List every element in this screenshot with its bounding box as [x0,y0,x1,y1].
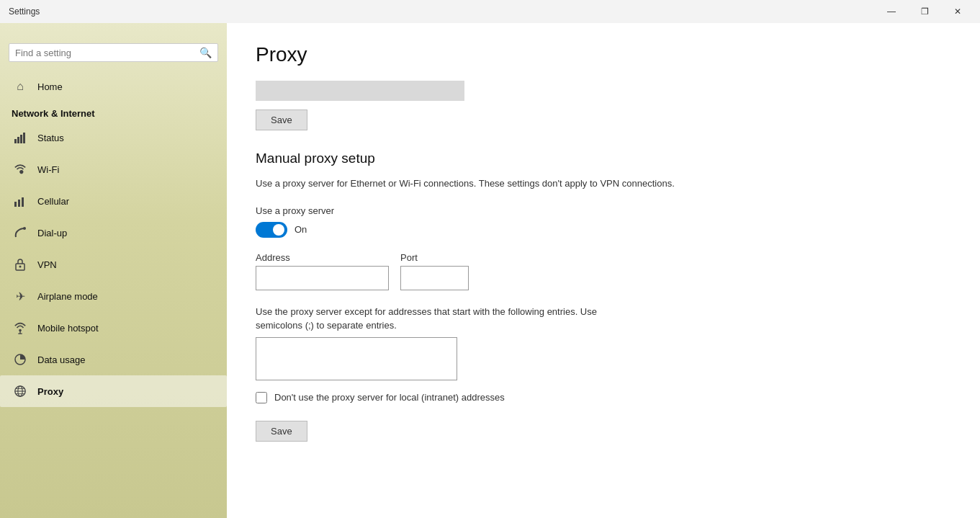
top-proxy-input [256,81,464,101]
close-button[interactable]: ✕ [941,0,974,23]
svg-rect-2 [20,135,22,143]
svg-rect-6 [22,197,24,207]
port-label: Port [400,252,469,263]
address-input[interactable] [256,266,389,290]
sidebar-item-dialup-label: Dial-up [37,228,67,238]
svg-point-9 [19,266,22,268]
title-bar: Settings — ❐ ✕ [0,0,980,23]
search-input[interactable] [15,48,199,58]
sidebar-item-home-label: Home [37,81,63,92]
search-icon: 🔍 [199,47,212,58]
sidebar-item-cellular[interactable]: Cellular [0,185,227,217]
manual-save-button[interactable]: Save [256,421,307,442]
svg-rect-1 [17,137,19,143]
port-field-group: Port [400,252,469,290]
svg-rect-3 [23,133,25,143]
sidebar-item-wifi[interactable]: Wi-Fi [0,153,227,185]
sidebar-item-vpn[interactable]: VPN [0,249,227,280]
content-area: Proxy Save Manual proxy setup Use a prox… [227,23,980,518]
exceptions-description: Use the proxy server except for addresse… [256,305,644,333]
svg-rect-0 [14,139,17,143]
sidebar-header [0,23,227,40]
sidebar-item-status-label: Status [37,133,64,143]
sidebar-item-vpn-label: VPN [37,259,57,270]
top-save-button[interactable]: Save [256,110,307,130]
sidebar-item-home[interactable]: ⌂ Home [0,71,227,102]
svg-rect-4 [14,202,17,207]
sidebar-item-datausage-label: Data usage [37,354,86,365]
exceptions-textarea[interactable] [256,337,457,380]
manual-proxy-description: Use a proxy server for Ethernet or Wi-Fi… [256,177,688,191]
restore-button[interactable]: ❐ [908,0,941,23]
toggle-thumb [273,224,284,236]
hotspot-icon [12,319,29,336]
local-intranet-checkbox[interactable] [256,392,267,403]
toggle-field-label: Use a proxy server [256,205,951,216]
proxy-toggle-row: On [256,222,951,238]
sidebar-section-title: Network & Internet [0,102,227,122]
home-icon: ⌂ [12,78,29,95]
sidebar-item-airplane[interactable]: ✈ Airplane mode [0,280,227,312]
sidebar-item-status[interactable]: Status [0,122,227,153]
sidebar-item-dialup[interactable]: Dial-up [0,217,227,249]
sidebar-item-proxy[interactable]: Proxy [0,375,227,407]
sidebar-item-hotspot[interactable]: Mobile hotspot [0,312,227,344]
wifi-icon [12,161,29,178]
address-field-group: Address [256,252,389,290]
sidebar-item-datausage[interactable]: Data usage [0,344,227,375]
sidebar-item-hotspot-label: Mobile hotspot [37,323,99,334]
status-icon [12,129,29,146]
window-controls: — ❐ ✕ [875,0,974,23]
app-body: 🔍 ⌂ Home Network & Internet Status [0,23,980,518]
cellular-icon [12,192,29,210]
sidebar-item-airplane-label: Airplane mode [37,291,98,302]
local-checkbox-row: Don't use the proxy server for local (in… [256,392,951,403]
page-title: Proxy [256,43,951,66]
proxy-icon [12,383,29,400]
port-input[interactable] [400,266,469,290]
sidebar-item-wifi-label: Wi-Fi [37,164,59,175]
toggle-state-label: On [295,224,307,235]
local-intranet-label[interactable]: Don't use the proxy server for local (in… [274,392,505,403]
minimize-button[interactable]: — [875,0,908,23]
top-proxy-section: Save [256,81,951,151]
proxy-server-toggle[interactable] [256,222,287,238]
address-port-row: Address Port [256,252,951,290]
sidebar-item-cellular-label: Cellular [37,196,69,207]
svg-point-7 [23,227,26,230]
airplane-icon: ✈ [12,287,29,305]
vpn-icon [12,256,29,273]
dialup-icon [12,224,29,241]
svg-rect-5 [18,200,20,207]
address-label: Address [256,252,389,263]
sidebar-item-proxy-label: Proxy [37,386,63,397]
window-title: Settings [9,6,40,17]
datausage-icon [12,351,29,368]
manual-proxy-title: Manual proxy setup [256,151,951,166]
sidebar-search-container: 🔍 [9,43,218,62]
sidebar: 🔍 ⌂ Home Network & Internet Status [0,23,227,518]
